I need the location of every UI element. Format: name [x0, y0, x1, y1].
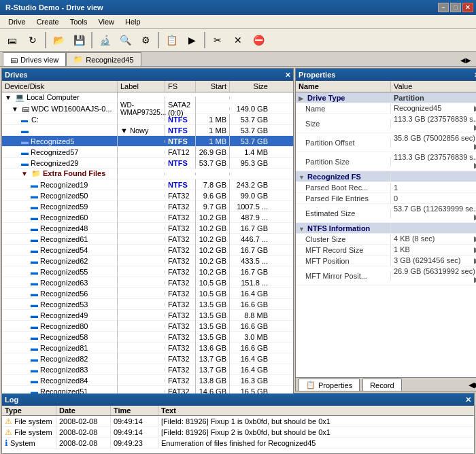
close-button[interactable]: ✕	[462, 3, 473, 12]
drive-row-recognized50[interactable]: ▬ Recognized50 FAT32 9.6 GB 99.0 GB	[2, 190, 293, 201]
prop-row-name[interactable]: Name Recognized45 ▶	[296, 103, 476, 114]
drive-row-recognized56[interactable]: ▬ Recognized56 FAT32 10.5 GB 16.4 GB	[2, 288, 293, 299]
log-row-1[interactable]: ⚠ File system 2008-02-08 09:49:14 [FileI…	[2, 427, 474, 438]
prop-row-estimated-size[interactable]: Estimated Size 53.7 GB (112639999 se... …	[296, 204, 476, 223]
drive-row-recognized60[interactable]: ▬ Recognized60 FAT32 10.2 GB 487.9 ...	[2, 212, 293, 223]
drive-row-wdc[interactable]: ▼ 🖴 WDC WD1600AAJS-0... WD-WMAP97325... …	[2, 103, 293, 114]
log-col-type-header: Type	[2, 406, 56, 415]
drive-row-recognized82[interactable]: ▬ Recognized82 FAT32 13.7 GB 16.4 GB	[2, 353, 293, 364]
drive-row-recognized59[interactable]: ▬ Recognized59 FAT32 9.7 GB 1007.5 ...	[2, 201, 293, 212]
col-header-device: Device/Disk	[2, 81, 118, 92]
drive-row-recognized54[interactable]: ▬ Recognized54 FAT32 10.2 GB 16.7 GB	[2, 245, 293, 256]
prop-row-mft-record[interactable]: MFT Record Size 1 KB ▶	[296, 245, 476, 256]
prop-row-drive-type[interactable]: ▶ Drive Type Partition	[296, 92, 476, 103]
drives-panel-close[interactable]: ✕	[285, 71, 290, 79]
prop-row-cluster-size[interactable]: Cluster Size 4 KB (8 sec) ▶	[296, 234, 476, 245]
props-col-name-header: Name	[296, 81, 391, 92]
device-recognized57: ▬ Recognized57	[2, 147, 118, 158]
recognized-tab-icon: 📁	[73, 55, 83, 64]
toolbar-save-btn[interactable]: 💾	[69, 31, 88, 50]
tab-recognized45[interactable]: 📁 Recognized45	[66, 52, 141, 66]
toolbar-refresh-btn[interactable]: ↻	[23, 31, 42, 50]
log-table: Type Date Time Text ⚠ File system 2008-0…	[2, 406, 474, 453]
prop-row-partition-offset[interactable]: Partition Offset 35.8 GB (75002856 sec) …	[296, 133, 476, 152]
toolbar-settings-btn[interactable]: ⚙	[136, 31, 155, 50]
menu-tools[interactable]: Tools	[65, 16, 93, 27]
drive-row-recognized29[interactable]: ▬ Recognized29 NTFS 53.7 GB 95.3 GB	[2, 158, 293, 169]
drive-row-recognized58[interactable]: ▬ Recognized58 FAT32 13.5 GB 3.0 MB	[2, 332, 293, 343]
toolbar-delete-btn[interactable]: ✕	[228, 31, 248, 50]
col-header-start: Start	[196, 81, 230, 92]
drive-row-extra-found[interactable]: ▼ 📁 Extra Found Files	[2, 169, 293, 179]
props-tab-record[interactable]: Record	[362, 379, 401, 391]
expand-recognized-fs: ▼	[299, 174, 305, 181]
drive-row-recognized61[interactable]: ▬ Recognized61 FAT32 10.2 GB 446.7 ...	[2, 234, 293, 245]
menu-create[interactable]: Create	[31, 16, 65, 27]
drive-row-recognized84[interactable]: ▬ Recognized84 FAT32 13.8 GB 16.3 GB	[2, 375, 293, 386]
log-col-time-header: Time	[111, 406, 158, 415]
drives-tab-label: Drives view	[20, 56, 58, 64]
maximize-button[interactable]: □	[450, 3, 461, 12]
prop-row-ntfs-info[interactable]: ▼ NTFS Information	[296, 223, 476, 234]
info-icon-2: ℹ	[5, 438, 8, 448]
log-row-0[interactable]: ⚠ File system 2008-02-08 09:49:14 [FileI…	[2, 416, 474, 427]
prop-row-partition-size[interactable]: Partition Size 113.3 GB (237576839 s... …	[296, 152, 476, 171]
col-header-size: Size	[230, 81, 271, 92]
record-tab-label: Record	[370, 381, 394, 389]
menu-view[interactable]: View	[92, 16, 120, 27]
drive-row-recognized53[interactable]: ▬ Recognized53 FAT32 13.5 GB 16.6 GB	[2, 299, 293, 310]
properties-panel-wrapper: Properties ✕ Name Value ▶ Drive Type Par…	[294, 67, 476, 393]
prop-row-mft-position[interactable]: MFT Position 3 GB (6291456 sec) ▶	[296, 256, 476, 266]
toolbar-sep-4	[204, 32, 205, 48]
props-col-value-header: Value	[391, 81, 476, 92]
recognized-tab-label: Recognized45	[86, 56, 133, 64]
toolbar-copy-btn[interactable]: 📋	[162, 31, 181, 50]
toolbar-scan-btn[interactable]: 🔬	[95, 31, 114, 50]
icon-disk: 🖴	[22, 105, 29, 113]
properties-panel: Properties ✕ Name Value ▶ Drive Type Par…	[295, 68, 476, 391]
properties-tab-bar: 📋 Properties Record ◀▶	[296, 377, 476, 391]
toolbar-stop-btn[interactable]: ⛔	[249, 31, 268, 50]
toolbar-recover-btn[interactable]: 🔍	[116, 31, 135, 50]
drive-row-recognized83[interactable]: ▬ Recognized83 FAT32 13.7 GB 16.4 GB	[2, 364, 293, 375]
drive-row-recognized48[interactable]: ▬ Recognized48 FAT32 10.2 GB 16.7 GB	[2, 223, 293, 234]
drives-col-header: Device/Disk Label FS Start Size	[2, 81, 293, 92]
prop-row-parsed-file[interactable]: Parsed File Entries 0	[296, 193, 476, 204]
drive-row-recognized55[interactable]: ▬ Recognized55 FAT32 10.2 GB 16.7 GB	[2, 266, 293, 277]
drive-row-recognized80[interactable]: ▬ Recognized80 FAT32 13.5 GB 16.6 GB	[2, 321, 293, 332]
drive-row-recognized57[interactable]: ▬ Recognized57 FAT12 26.9 GB 1.4 MB	[2, 147, 293, 158]
drive-row-recognized81[interactable]: ▬ Recognized81 FAT32 13.6 GB 16.6 GB	[2, 343, 293, 353]
toolbar-drive-btn[interactable]: 🖴	[3, 31, 22, 50]
drive-row-recognized62[interactable]: ▬ Recognized62 FAT32 10.2 GB 433.5 ...	[2, 256, 293, 266]
menu-bar: Drive Create Tools View Help	[0, 15, 476, 29]
drive-row-nowy[interactable]: ▬ ▼ Nowy NTFS 1 MB 53.7 GB	[2, 125, 293, 136]
drive-row-recognized5[interactable]: ▬ Recognized5 NTFS 1 MB 53.7 GB	[2, 136, 293, 147]
log-close[interactable]: ✕	[465, 396, 471, 404]
warn-icon-1: ⚠	[5, 427, 12, 437]
prop-row-mft-mirror[interactable]: MFT Mirror Posit... 26.9 GB (56319992 se…	[296, 266, 476, 285]
minimize-button[interactable]: –	[438, 3, 449, 12]
drives-panel: Drives ✕ Device/Disk Label FS Start Size	[1, 68, 294, 408]
warn-icon-0: ⚠	[5, 417, 12, 426]
properties-panel-title: Properties	[299, 71, 335, 79]
props-tab-label: Properties	[318, 381, 352, 389]
props-pin-button[interactable]: ◀▶	[469, 381, 476, 389]
main-area: Drives ✕ Device/Disk Label FS Start Size	[0, 67, 476, 393]
toolbar-cut-btn[interactable]: ✂	[208, 31, 227, 50]
log-header: Log ✕	[2, 394, 474, 406]
tab-drives-view[interactable]: 🖴 Drives view	[3, 52, 66, 66]
drive-row-recognized19[interactable]: ▬ Recognized19 NTFS 7.8 GB 243.2 GB	[2, 179, 293, 190]
toolbar-open-btn[interactable]: 📂	[49, 31, 68, 50]
menu-help[interactable]: Help	[120, 16, 146, 27]
toolbar-run-btn[interactable]: ▶	[182, 31, 201, 50]
col-header-label: Label	[118, 81, 165, 92]
menu-drive[interactable]: Drive	[3, 16, 31, 27]
drive-row-recognized49[interactable]: ▬ Recognized49 FAT32 13.5 GB 8.8 MB	[2, 310, 293, 321]
log-row-2[interactable]: ℹ System 2008-02-08 09:49:23 Enumeration…	[2, 438, 474, 449]
props-tab-properties[interactable]: 📋 Properties	[299, 379, 360, 391]
drive-row-recognized63[interactable]: ▬ Recognized63 FAT32 10.5 GB 151.8 ...	[2, 277, 293, 288]
prop-row-parsed-boot[interactable]: Parsed Boot Rec... 1	[296, 182, 476, 193]
pin-button[interactable]: ◀▶	[458, 56, 473, 65]
prop-row-recognized-fs[interactable]: ▼ Recognized FS	[296, 171, 476, 182]
prop-row-size[interactable]: Size 113.3 GB (237576839 s... ▶	[296, 114, 476, 133]
